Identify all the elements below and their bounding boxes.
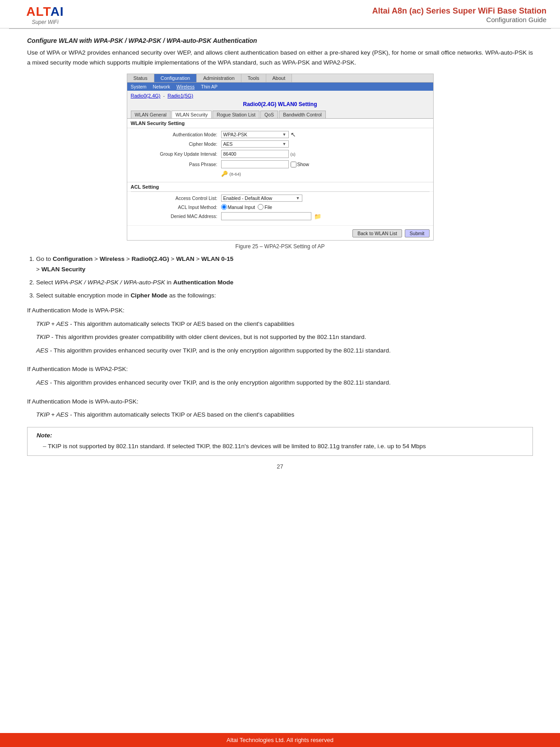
sub-nav: System Network Wireless Thin AP	[127, 83, 433, 91]
step-1: Go to Configuration > Wireless > Radio0(…	[36, 254, 533, 275]
radio0-tab[interactable]: Radio0(2.4G)	[131, 93, 161, 98]
access-control-arrow-icon: ▼	[296, 196, 300, 200]
subnav-wireless[interactable]: Wireless	[175, 84, 196, 90]
back-to-wlan-list-button[interactable]: Back to WLAN List	[352, 229, 402, 237]
wpa2-psk-item1: AES - This algorithm provides enhanced s…	[36, 378, 533, 388]
cipher-mode-control: AES ▼	[221, 140, 289, 148]
group-key-row: Group Key Update Interval: 86400 (s)	[131, 150, 430, 158]
step1-config: Configuration	[53, 255, 93, 262]
step1-wlan-security: WLAN Security	[42, 266, 86, 273]
figure-caption: Figure 25 – WPA2-PSK Setting of AP	[27, 243, 533, 250]
group-key-label: Group Key Update Interval:	[131, 151, 221, 157]
pass-hint-row: 🔑 (8-64)	[131, 171, 430, 177]
aes-label: AES	[36, 347, 48, 354]
tab-bandwidth-control[interactable]: Bandwidth Control	[279, 111, 326, 118]
page-number: 27	[27, 463, 533, 470]
access-control-value: Enabled - Default Allow	[223, 195, 273, 201]
tab-tools[interactable]: Tools	[241, 74, 266, 82]
denied-mac-input[interactable]	[221, 212, 311, 220]
group-key-input[interactable]: 86400	[221, 150, 289, 158]
auth-mode-select[interactable]: WPA2-PSK ▼	[221, 131, 289, 138]
acl-file-radio-label: File	[258, 204, 272, 210]
wpa-auto-item1: TKIP + AES - This algorithm automaticall…	[36, 410, 533, 420]
tab-wlan-general[interactable]: WLAN General	[131, 111, 171, 118]
denied-mac-control: 📁	[221, 212, 321, 220]
step1-wlan015: WLAN 0-15	[201, 255, 233, 262]
pass-hint: (8-64)	[230, 172, 241, 176]
subsection-title: WLAN Security Setting	[127, 118, 433, 128]
tab-administration[interactable]: Administration	[197, 74, 241, 82]
show-checkbox-area: Show	[291, 162, 309, 167]
footer-text: Altai Technologies Ltd. All rights reser…	[227, 737, 333, 743]
access-control-row: Access Control List: Enabled - Default A…	[131, 195, 430, 202]
access-control-select[interactable]: Enabled - Default Allow ▼	[221, 195, 302, 202]
subnav-system[interactable]: System	[129, 84, 148, 90]
page-header: ALTAI Super WiFi Altai A8n (ac) Series S…	[0, 0, 560, 28]
wpa-auto-header: If Authentication Mode is WPA-auto-PSK:	[27, 397, 533, 407]
acl-manual-radio-label: Manual Input	[221, 204, 255, 210]
subnav-thinap[interactable]: Thin AP	[199, 84, 219, 90]
cipher-mode-row: Cipher Mode: AES ▼	[131, 140, 430, 148]
step1-radio0: Radio0(2.4G)	[131, 255, 169, 262]
tkip-aes-label: TKIP + AES	[36, 320, 68, 327]
denied-mac-label: Denied MAC Address:	[131, 213, 221, 219]
acl-form: Access Control List: Enabled - Default A…	[127, 192, 433, 225]
show-label-text: Show	[297, 162, 309, 167]
radio1-tab[interactable]: Radio1(5G)	[167, 93, 193, 98]
wpa-psk-item2: TKIP - This algorithm provides greater c…	[36, 332, 533, 342]
tab-qos[interactable]: QoS	[260, 111, 278, 118]
access-control-control: Enabled - Default Allow ▼	[221, 195, 302, 202]
main-content: Configure WLAN with WPA-PSK / WPA2-PSK /…	[0, 29, 560, 477]
acl-manual-label: Manual Input	[228, 204, 255, 210]
step3-cipher-mode: Cipher Mode	[130, 292, 167, 299]
show-checkbox[interactable]	[291, 162, 296, 167]
auth-mode-arrow-icon: ▼	[282, 132, 287, 137]
acl-manual-radio[interactable]	[221, 204, 227, 210]
tab-about[interactable]: About	[266, 74, 292, 82]
subnav-network[interactable]: Network	[151, 84, 172, 90]
step-3: Select suitable encryption mode in Ciphe…	[36, 291, 533, 301]
page-footer: Altai Technologies Ltd. All rights reser…	[0, 733, 560, 747]
group-key-value: 86400	[223, 151, 236, 157]
note-list: TKIP is not supported by 802.11n standar…	[37, 441, 523, 451]
pass-phrase-row: Pass Phrase: Show	[131, 160, 430, 168]
acl-input-label: ACL Input Method:	[131, 204, 221, 210]
guide-title: Configuration Guide	[81, 16, 546, 23]
section-title: Radio0(2.4G) WLAN0 Setting	[127, 99, 433, 109]
section-intro-body: Use of WPA or WPA2 provides enhanced sec…	[27, 48, 533, 67]
tab-rogue-station[interactable]: Rogue Station List	[213, 111, 259, 118]
wpa-psk-header: If Authentication Mode is WPA-PSK:	[27, 306, 533, 316]
step-2: Select WPA-PSK / WPA2-PSK / WPA-auto-PSK…	[36, 278, 533, 288]
auth-mode-control: WPA2-PSK ▼ ↖	[221, 131, 296, 138]
tkip-label: TKIP	[36, 334, 50, 340]
pass-phrase-control: Show	[221, 160, 309, 168]
radio-tabs: Radio0(2.4G) - Radio1(5G)	[127, 91, 433, 99]
cipher-mode-select[interactable]: AES ▼	[221, 140, 289, 148]
logo: ALTAI Super WiFi	[9, 5, 81, 25]
pass-phrase-input[interactable]	[221, 160, 289, 168]
acl-input-control: Manual Input File	[221, 204, 273, 210]
denied-mac-row: Denied MAC Address: 📁	[131, 212, 430, 220]
acl-file-label: File	[264, 204, 272, 210]
key-icon: 🔑	[221, 171, 228, 177]
altai-logo-text: ALTAI	[26, 5, 64, 19]
acl-input-row: ACL Input Method: Manual Input File	[131, 204, 430, 210]
access-control-label: Access Control List:	[131, 195, 221, 201]
note-title: Note:	[37, 432, 523, 439]
acl-title: ACL Setting	[127, 182, 433, 191]
tab-status[interactable]: Status	[127, 74, 154, 82]
submit-button[interactable]: Submit	[405, 229, 430, 237]
auth-mode-value: WPA2-PSK	[223, 132, 247, 137]
wlan-security-form: Authentication Mode: WPA2-PSK ▼ ↖ Cipher…	[127, 128, 433, 182]
cipher-mode-arrow-icon: ▼	[282, 142, 287, 146]
ui-screenshot-box: Status Configuration Administration Tool…	[127, 74, 434, 241]
tkip-aes-label2: TKIP + AES	[36, 411, 68, 418]
cipher-mode-value: AES	[223, 141, 233, 147]
buttons-row: Back to WLAN List Submit	[127, 225, 433, 240]
tab-configuration[interactable]: Configuration	[154, 74, 197, 82]
tab-wlan-security[interactable]: WLAN Security	[171, 111, 212, 118]
step2-modes: WPA-PSK / WPA2-PSK / WPA-auto-PSK	[55, 279, 165, 286]
aes-label2: AES	[36, 379, 48, 386]
acl-file-radio[interactable]	[258, 204, 264, 210]
section-intro-title: Configure WLAN with WPA-PSK / WPA2-PSK /…	[27, 37, 533, 44]
